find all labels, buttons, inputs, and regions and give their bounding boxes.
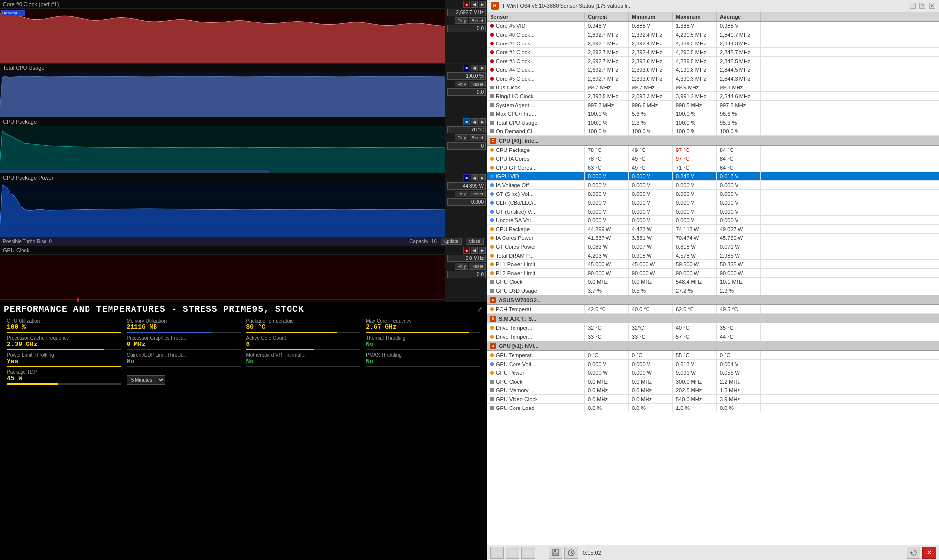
sensor-name: Core #3 Clock...: [487, 57, 585, 65]
sensor-current: 42.0 °C: [585, 305, 629, 313]
sensor-avg: 45.790 W: [717, 234, 761, 242]
table-row[interactable]: Drive Temper... 33 °C 33 °C 57 °C 44 °C: [487, 332, 939, 341]
expand-icon[interactable]: ⤢: [477, 305, 483, 313]
sensor-min: 0.918 W: [629, 251, 673, 259]
asus-section-icon: A: [490, 297, 496, 303]
sensor-min: 49 °C: [629, 154, 673, 163]
pkg-reset[interactable]: Reset: [469, 134, 486, 141]
gpu-opt1[interactable]: ◀: [471, 247, 478, 254]
power-color-btn[interactable]: ■: [463, 174, 470, 181]
core0-opt2[interactable]: ▶: [479, 1, 486, 8]
toolbar-next-next[interactable]: ▶▶: [521, 547, 535, 559]
table-row[interactable]: GT Cores Power 0.083 W 0.007 W 0.818 W 0…: [487, 242, 939, 251]
cpu-section-header: C CPU [#0]: Inte...: [487, 136, 939, 146]
toolbar-icon-2[interactable]: [564, 547, 578, 559]
toolbar-close-x[interactable]: ✕: [922, 547, 936, 559]
table-row[interactable]: GPU Core Load 0.0 % 0.0 % 1.0 % 0.0 %: [487, 404, 939, 412]
svg-rect-14: [0, 170, 269, 173]
table-row[interactable]: GT (Slice) Vol... 0.000 V 0.000 V 0.000 …: [487, 190, 939, 198]
table-row[interactable]: GPU D3D Usage 3.7 % 0.5 % 27.2 % 2.9 %: [487, 286, 939, 295]
cpu-opt1[interactable]: ◀: [471, 65, 478, 71]
gpu-opt2[interactable]: ▶: [479, 247, 486, 254]
sensor-max: 0.613 V: [673, 360, 717, 368]
stat-cpu-util-value: 100 %: [7, 323, 121, 331]
pkg-bottom-value: 0: [447, 142, 486, 150]
table-row[interactable]: Core #0 Clock... 2,692.7 MHz 2,392.4 MHz…: [487, 30, 939, 39]
table-row[interactable]: CLR (CBo/LLC/... 0.000 V 0.000 V 0.000 V…: [487, 198, 939, 207]
close-window-btn[interactable]: ✕: [929, 3, 935, 9]
table-row[interactable]: GPU Clock 0.0 MHz 0.0 MHz 548.4 MHz 10.1…: [487, 278, 939, 286]
gpu-color-btn[interactable]: ■: [463, 247, 470, 254]
igpu-vid-row[interactable]: iGPU VID 0.000 V 0.000 V 0.845 V 0.017 V: [487, 172, 939, 181]
power-opt2[interactable]: ▶: [479, 174, 486, 181]
table-row[interactable]: Core #2 Clock... 2,692.7 MHz 2,392.4 MHz…: [487, 48, 939, 57]
sensor-min: 0.000 V: [629, 207, 673, 215]
pkg-color-btn[interactable]: ■: [463, 118, 470, 125]
update-btn[interactable]: Update: [441, 238, 462, 245]
table-row[interactable]: GPU Video Clock 0.0 MHz 0.0 MHz 540.0 MH…: [487, 395, 939, 404]
table-row[interactable]: CPU Package 78 °C 49 °C 97 °C 84 °C: [487, 146, 939, 154]
table-row[interactable]: Max CPU/Thre... 100.0 % 5.6 % 100.0 % 96…: [487, 109, 939, 118]
table-row[interactable]: Total CPU Usage 100.0 % 2.3 % 100.0 % 95…: [487, 118, 939, 127]
cpu-fit[interactable]: Fit y: [455, 81, 468, 87]
table-row[interactable]: PCH Temperat... 42.0 °C 40.0 °C 62.0 °C …: [487, 305, 939, 314]
cpu-package-svg: [0, 126, 445, 173]
toolbar-icon-1[interactable]: [549, 547, 562, 559]
table-row[interactable]: Core #4 Clock... 2,692.7 MHz 2,393.0 MHz…: [487, 65, 939, 74]
table-row[interactable]: CPU IA Cores 78 °C 49 °C 97 °C 84 °C: [487, 154, 939, 163]
table-row[interactable]: Core #1 Clock... 2,692.7 MHz 2,392.4 MHz…: [487, 39, 939, 48]
core0-fit[interactable]: Fit y: [455, 17, 468, 24]
cpu-opt2[interactable]: ▶: [479, 65, 486, 71]
table-row[interactable]: GPU Power 0.000 W 0.000 W 9.091 W 0.055 …: [487, 368, 939, 377]
gpu-reset[interactable]: Reset: [469, 263, 486, 270]
power-fit[interactable]: Fit y: [455, 191, 468, 197]
toolbar-refresh[interactable]: [907, 547, 920, 559]
maximize-btn[interactable]: □: [919, 3, 925, 9]
stats-grid: CPU Utilization 100 % Memory Utilization…: [0, 315, 487, 388]
core0-opt1[interactable]: ◀: [471, 1, 478, 8]
table-row[interactable]: System Agent ... 997.3 MHz 996.6 MHz 998…: [487, 101, 939, 109]
table-row[interactable]: Ring/LLC Clock 2,393.5 MHz 2,093.3 MHz 3…: [487, 92, 939, 101]
table-row[interactable]: Core #3 Clock... 2,692.7 MHz 2,393.0 MHz…: [487, 57, 939, 65]
sensor-min: 0.000 V: [629, 216, 673, 224]
table-row[interactable]: PL1 Power Limit 45.000 W 45.000 W 59.500…: [487, 260, 939, 269]
cpu-color-btn[interactable]: ■: [463, 65, 470, 71]
table-row[interactable]: IA Voltage Off... 0.000 V 0.000 V 0.000 …: [487, 181, 939, 190]
close-btn[interactable]: Close: [466, 238, 484, 245]
table-row[interactable]: GT (Unslice) V... 0.000 V 0.000 V 0.000 …: [487, 207, 939, 216]
table-row[interactable]: GPU Temperat... 0 °C 0 °C 55 °C 0 °C: [487, 351, 939, 360]
stat-pkg-temp: Package Temperature 80 °C: [244, 317, 363, 334]
core0-color-btn[interactable]: ■: [463, 1, 470, 8]
cpu-reset[interactable]: Reset: [469, 81, 486, 87]
table-row[interactable]: On-Demand Cl... 100.0 % 100.0 % 100.0 % …: [487, 127, 939, 136]
table-row[interactable]: Uncore/SA Vol... 0.000 V 0.000 V 0.000 V…: [487, 216, 939, 225]
table-row[interactable]: CPU GT Cores ... 63 °C 49 °C 71 °C 64 °C: [487, 163, 939, 172]
sensor-max: 1.0 %: [673, 404, 717, 412]
toolbar-prev-next[interactable]: ◀▶: [506, 547, 519, 559]
power-reset[interactable]: Reset: [469, 191, 486, 197]
core0-reset[interactable]: Reset: [469, 17, 486, 24]
power-opt1[interactable]: ◀: [471, 174, 478, 181]
stat-igpu-freq-label: Processor Graphics Frequ...: [127, 335, 241, 341]
gpu-fit[interactable]: Fit y: [455, 263, 468, 270]
minimize-btn[interactable]: —: [910, 3, 916, 9]
pkg-opt1[interactable]: ◀: [471, 118, 478, 125]
table-row[interactable]: CPU Package ... 44.899 W 4.423 W 74.113 …: [487, 225, 939, 234]
table-row[interactable]: Drive Temper... 32 °C 32°C 40 °C 35 °C: [487, 323, 939, 332]
table-row[interactable]: Core #5 VID 0.948 V 0.888 V 1.388 V 0.98…: [487, 22, 939, 30]
table-row[interactable]: GPU Clock 0.0 MHz 0.0 MHz 300.0 MHz 2.2 …: [487, 377, 939, 386]
pkg-opt2[interactable]: ▶: [479, 118, 486, 125]
table-row[interactable]: PL2 Power Limit 90.000 W 90.000 W 90.000…: [487, 269, 939, 278]
ia-cores-power-row[interactable]: IA Cores Power 41.337 W 3.561 W 70.474 W…: [487, 234, 939, 242]
table-row[interactable]: Core #5 Clock... 2,692.7 MHz 2,393.0 MHz…: [487, 74, 939, 83]
table-row[interactable]: Total DRAM P... 4.203 W 0.918 W 4.578 W …: [487, 251, 939, 260]
sensor-max: 0.845 V: [673, 172, 717, 180]
table-row[interactable]: GPU Core Volt... 0.000 V 0.000 V 0.613 V…: [487, 360, 939, 368]
hwinfo-title-text: HWiNFO64 v6.10-3880 Sensor Status [175 v…: [503, 3, 906, 9]
time-selector[interactable]: 5 Minutes 1 Minute 10 Minutes: [127, 375, 165, 385]
toolbar-prev-prev[interactable]: ◀◀: [490, 547, 504, 559]
pkg-fit[interactable]: Fit y: [455, 134, 468, 141]
table-row[interactable]: GPU Memory ... 0.0 MHz 0.0 MHz 202.5 MHz…: [487, 386, 939, 395]
table-row[interactable]: Bus Clock 99.7 MHz 99.7 MHz 99.9 MHz 99.…: [487, 83, 939, 92]
core0-bottom-value: 0.0: [447, 25, 486, 32]
